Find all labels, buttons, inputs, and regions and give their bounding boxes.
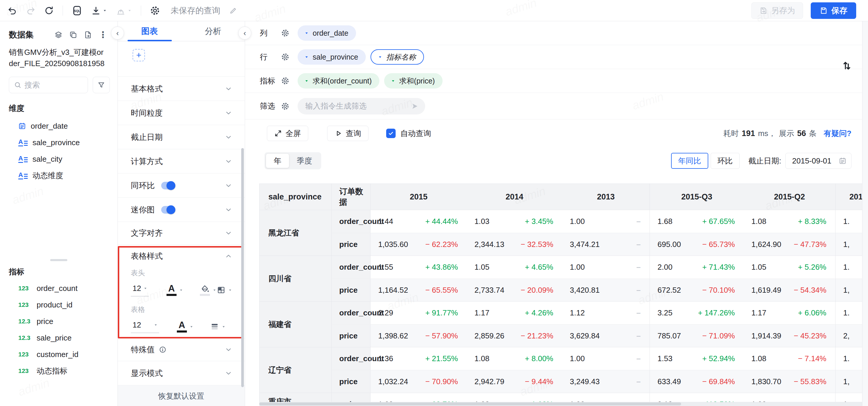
table-row[interactable]: price 1,398.62− 57.90% 2,859.26− 21.23% … bbox=[331, 324, 862, 347]
end-date-picker[interactable]: 2015-09-01 bbox=[785, 153, 851, 169]
province-cell[interactable]: 福建省 bbox=[259, 302, 331, 347]
dimension-item-order-date[interactable]: order_date bbox=[9, 118, 118, 134]
header-2015[interactable]: 2015 bbox=[370, 184, 467, 210]
dataset-search-input[interactable] bbox=[25, 80, 83, 90]
table-row[interactable]: price 1,164.52− 65.55% 2,733.74− 20.09% … bbox=[331, 278, 862, 301]
section-basic-format[interactable]: 基本格式 bbox=[118, 76, 245, 101]
body-font-color-control[interactable]: A bbox=[177, 321, 194, 333]
section-time-granularity[interactable]: 时间粒度 bbox=[118, 101, 245, 125]
metric-item-order-count[interactable]: 123order_count bbox=[9, 280, 118, 297]
dataset-layers-icon[interactable] bbox=[54, 31, 63, 39]
rows-gear-icon[interactable] bbox=[281, 53, 289, 61]
auto-query-checkbox-group[interactable]: 自动查询 bbox=[386, 128, 431, 139]
redo-button[interactable] bbox=[26, 6, 35, 15]
granularity-year[interactable]: 年 bbox=[266, 154, 289, 168]
filter-gear-icon[interactable] bbox=[281, 102, 289, 110]
body-font-size-select[interactable]: 12 bbox=[131, 320, 159, 333]
header-order-data[interactable]: 订单数据 bbox=[331, 184, 370, 210]
yoy-toggle-on[interactable] bbox=[161, 182, 175, 190]
auto-query-checkbox-checked[interactable] bbox=[386, 129, 396, 138]
mini-chart-toggle-on[interactable] bbox=[161, 206, 175, 214]
header-border-control[interactable] bbox=[217, 285, 232, 295]
table-row[interactable]: price 1,032.24− 70.90% 2,942.79− 9.44% 3… bbox=[331, 370, 862, 393]
query-settings-gear[interactable] bbox=[150, 6, 160, 15]
settings-scrollbar[interactable] bbox=[241, 148, 244, 387]
header-sale-province[interactable]: sale_province bbox=[259, 184, 331, 210]
question-link[interactable]: 有疑问? bbox=[824, 128, 851, 139]
dataset-name[interactable]: 销售GMV分析_v3_可建模order_FILE_20250908181958 bbox=[9, 46, 118, 69]
dimension-item-dynamic[interactable]: A 动态维度 bbox=[9, 167, 118, 184]
dimension-item-sale-city[interactable]: A sale_city bbox=[9, 151, 118, 167]
columns-gear-icon[interactable] bbox=[281, 29, 289, 37]
field-filter-button[interactable] bbox=[93, 77, 110, 93]
compare-mom-button[interactable]: 环比 bbox=[711, 153, 740, 169]
metric-item-product-id[interactable]: 123product_id bbox=[9, 297, 118, 313]
section-text-align[interactable]: 文字对齐 bbox=[118, 222, 245, 244]
header-fill-color-control[interactable] bbox=[200, 284, 217, 296]
save-button[interactable]: 保存 bbox=[811, 2, 856, 19]
metric-item-dynamic[interactable]: 123动态指标 bbox=[9, 363, 118, 379]
header-2014[interactable]: 2014 bbox=[467, 184, 562, 210]
collapse-dataset-panel-button[interactable]: ‹ bbox=[111, 27, 124, 39]
save-as-button[interactable]: 另存为 bbox=[751, 2, 803, 19]
section-calc-method[interactable]: 计算方式 bbox=[118, 149, 245, 173]
pill-sum-price[interactable]: 求和(price) bbox=[384, 73, 442, 89]
metric-item-customer-id[interactable]: 123customer_id bbox=[9, 346, 118, 363]
table-row[interactable]: order_count 2.29+ 91.77% 1.17+ 4.26% 1.1… bbox=[331, 302, 862, 324]
horizontal-scrollbar-thumb[interactable] bbox=[259, 402, 681, 405]
download-button[interactable] bbox=[91, 6, 107, 15]
header-2015-q3[interactable]: 2015-Q3 bbox=[650, 184, 744, 210]
table-row[interactable]: order_count 1.36+ 21.55% 1.08+ 8.00% 1.0… bbox=[331, 347, 862, 370]
granularity-quarter[interactable]: 季度 bbox=[289, 154, 320, 168]
collapse-settings-panel-button[interactable]: ‹ bbox=[238, 27, 251, 39]
sql-view-button[interactable] bbox=[72, 5, 82, 16]
dimension-item-sale-province[interactable]: A sale_province bbox=[9, 134, 118, 151]
pill-sum-order-count[interactable]: 求和(order_count) bbox=[298, 73, 379, 89]
header-font-color-control[interactable]: A bbox=[166, 284, 183, 296]
header-2015-q2[interactable]: 2015-Q2 bbox=[744, 184, 835, 210]
section-display-mode[interactable]: 显示模式 bbox=[118, 361, 245, 385]
undo-button[interactable] bbox=[8, 6, 17, 15]
filter-config-row: 筛选 bbox=[245, 93, 862, 120]
province-cell[interactable]: 黑龙江省 bbox=[259, 210, 331, 256]
filter-command-input[interactable] bbox=[305, 102, 410, 111]
section-mini-chart[interactable]: 迷你图 bbox=[118, 197, 245, 222]
table-row[interactable]: order_count 1.55+ 43.86% 1.05+ 4.65% 1.0… bbox=[331, 256, 862, 278]
table-row[interactable]: price 1,035.60− 62.23% 2,344.13− 32.53% … bbox=[331, 233, 862, 256]
table-row[interactable]: order_count 1.44+ 44.44% 1.03+ 3.45% 1.0… bbox=[331, 210, 862, 233]
dataset-copy-icon[interactable] bbox=[69, 31, 78, 39]
add-chart-button[interactable]: + bbox=[132, 49, 145, 61]
section-end-date[interactable]: 截止日期 bbox=[118, 125, 245, 149]
alert-button[interactable] bbox=[116, 6, 132, 15]
horizontal-scrollbar[interactable] bbox=[259, 402, 862, 406]
section-special-values[interactable]: 特殊值 bbox=[118, 338, 245, 361]
dataset-more-icon[interactable]: ⋮ bbox=[99, 30, 107, 39]
province-cell[interactable]: 四川省 bbox=[259, 256, 331, 301]
tab-analysis[interactable]: 分析 bbox=[181, 21, 245, 41]
pill-order-date[interactable]: order_date bbox=[298, 25, 356, 41]
panel-resize-handle[interactable] bbox=[50, 259, 67, 261]
rename-query-pencil[interactable] bbox=[229, 6, 237, 15]
header-2013[interactable]: 2013 bbox=[562, 184, 650, 210]
swap-rows-columns-icon[interactable] bbox=[841, 60, 852, 71]
run-query-button[interactable]: 查询 bbox=[327, 126, 368, 141]
province-cell[interactable]: 辽宁省 bbox=[259, 347, 331, 393]
tab-chart[interactable]: 图表 bbox=[118, 21, 181, 41]
restore-defaults-button[interactable]: 恢复默认设置 bbox=[118, 385, 245, 406]
dataset-export-icon[interactable] bbox=[84, 31, 92, 39]
pill-sale-province[interactable]: sale_province bbox=[298, 49, 366, 65]
compare-yoy-button[interactable]: 年同比 bbox=[671, 153, 708, 169]
fullscreen-button[interactable]: 全屏 bbox=[267, 126, 308, 141]
metrics-gear-icon[interactable] bbox=[281, 77, 289, 85]
refresh-button[interactable] bbox=[44, 6, 54, 15]
pill-metric-name[interactable]: 指标名称 bbox=[371, 49, 424, 65]
metric-item-sale-price[interactable]: 12.3sale_price bbox=[9, 330, 118, 346]
body-stripe-control[interactable] bbox=[210, 322, 226, 331]
header-font-size-select[interactable]: 12 bbox=[131, 284, 149, 297]
send-icon[interactable] bbox=[410, 102, 419, 111]
metric-item-price[interactable]: 12.3price bbox=[9, 313, 118, 330]
dataset-panel-title: 数据集 bbox=[9, 29, 34, 40]
table-style-header[interactable]: 表格样式 bbox=[131, 245, 232, 268]
section-yoy-compare[interactable]: 同环比 bbox=[118, 173, 245, 197]
header-2015-q1[interactable]: 2015-Q1 bbox=[835, 184, 862, 210]
